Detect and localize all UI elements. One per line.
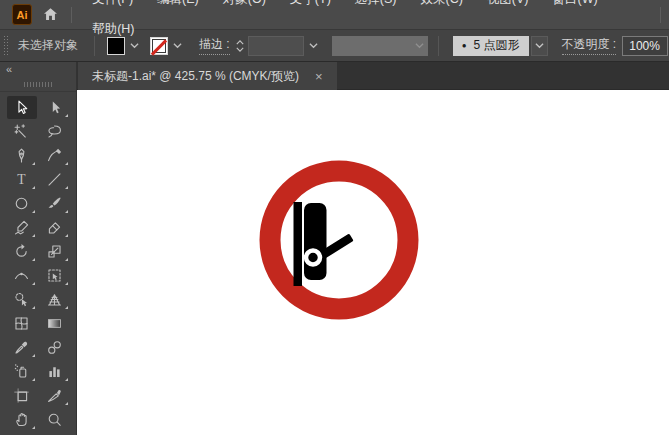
direct-selection-tool[interactable] [40,96,70,119]
collapse-tools-icon[interactable]: « [6,63,12,75]
menu-object[interactable]: 对象(O) [211,0,278,15]
selection-status: 未选择对象 [18,37,90,54]
document-tabbar: 未标题-1.ai* @ 425.75 % (CMYK/预览) × [77,62,669,90]
menu-type[interactable]: 文字(T) [278,0,343,15]
brush-bullet-icon: ● [462,41,467,50]
perspective-grid-tool[interactable] [40,288,70,311]
illustrator-logo-icon: Ai [12,4,32,25]
width-tool[interactable] [7,264,37,287]
ellipse-tool[interactable] [7,192,37,215]
controlbar-divider-2 [438,36,439,56]
brush-definition-value: 5 点圆形 [474,37,520,54]
hand-tool[interactable] [7,408,37,431]
menubar-divider-right [660,7,661,23]
stroke-width-stepper[interactable] [236,40,244,52]
stroke-width-select[interactable] [248,36,322,56]
controlbar-drag-handle[interactable] [3,35,10,57]
blend-tool[interactable] [40,336,70,359]
stroke-color-chevron-down-icon[interactable] [169,36,185,56]
brush-chevron-down-icon[interactable] [531,36,548,56]
menu-select[interactable]: 选择(S) [343,0,409,15]
menubar-divider [71,7,72,23]
eraser-tool[interactable] [40,216,70,239]
close-tab-icon[interactable]: × [313,70,325,83]
fill-color-swatch[interactable] [107,37,125,55]
prohibition-sign-artwork[interactable] [259,160,419,320]
paintbrush-tool[interactable] [40,192,70,215]
type-tool[interactable]: T [7,168,37,191]
stroke-width-value[interactable] [248,36,304,56]
tools-panel: « T [0,62,77,435]
magic-wand-tool[interactable] [7,120,37,143]
gradient-tool[interactable] [40,312,70,335]
width-profile-value [332,36,412,56]
selection-tool[interactable] [7,96,37,119]
menu-edit[interactable]: 编辑(E) [145,0,211,15]
menubar: Ai 文件(F)编辑(E)对象(O)文字(T)选择(S)效果(C)视图(V)窗口… [0,0,669,30]
tools-panel-header: « [0,62,76,92]
pen-tool[interactable] [7,144,37,167]
menu-view[interactable]: 视图(V) [475,0,541,15]
menu-file[interactable]: 文件(F) [80,0,145,15]
home-icon[interactable] [38,2,63,28]
curvature-tool[interactable] [40,144,70,167]
brush-definition-select[interactable]: ● 5 点圆形 [453,36,529,56]
free-transform-tool[interactable] [40,264,70,287]
slice-tool[interactable] [40,384,70,407]
fill-color-chevron-down-icon[interactable] [126,36,142,56]
scale-tool[interactable] [40,240,70,263]
menu-effect[interactable]: 效果(C) [408,0,474,15]
illustrator-app: Ai 文件(F)编辑(E)对象(O)文字(T)选择(S)效果(C)视图(V)窗口… [0,0,669,435]
canvas[interactable] [77,90,669,435]
artboard-tool[interactable] [7,384,37,407]
menu-window[interactable]: 窗口(W) [541,0,610,15]
tools-grid: T [0,92,76,431]
stroke-none-swatch[interactable] [150,37,168,55]
column-graph-tool[interactable] [40,360,70,383]
mesh-tool[interactable] [7,312,37,335]
shape-builder-tool[interactable] [7,288,37,311]
lasso-tool[interactable] [40,120,70,143]
opacity-input[interactable]: 100% [622,36,668,56]
rotate-tool[interactable] [7,240,37,263]
stroke-panel-link[interactable]: 描边 : [199,36,230,55]
line-segment-tool[interactable] [40,168,70,191]
opacity-panel-link[interactable]: 不透明度 : [562,36,617,55]
symbol-sprayer-tool[interactable] [7,360,37,383]
document-tab[interactable]: 未标题-1.ai* @ 425.75 % (CMYK/预览) × [78,62,337,90]
eyedropper-tool[interactable] [7,336,37,359]
zoom-tool[interactable] [40,408,70,431]
svg-text:T: T [17,172,26,187]
shaper-tool[interactable] [7,216,37,239]
stroke-width-chevron-down-icon[interactable] [306,36,322,56]
controlbar-divider [94,36,95,56]
document-tab-title: 未标题-1.ai* @ 425.75 % (CMYK/预览) [92,68,299,85]
width-profile-select [332,36,428,56]
workspace: 未标题-1.ai* @ 425.75 % (CMYK/预览) × [77,62,669,435]
width-profile-chevron-down-icon [412,36,428,56]
tools-drag-handle[interactable] [24,82,52,87]
